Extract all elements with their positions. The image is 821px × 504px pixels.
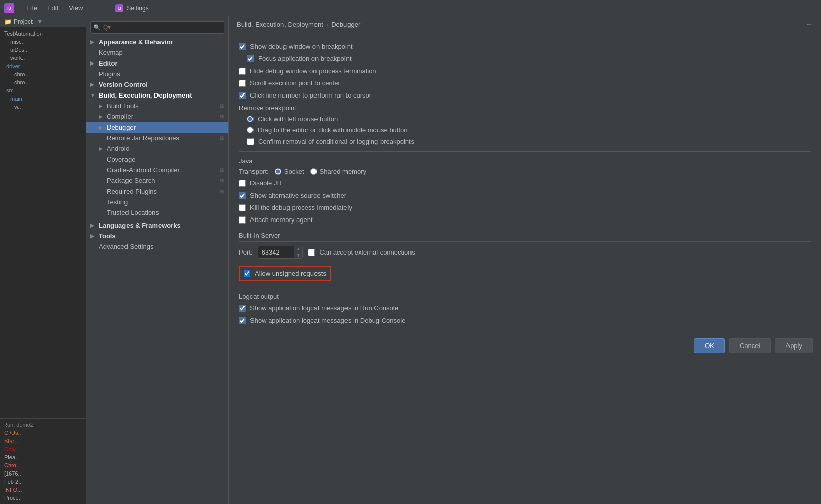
tree-item-languages[interactable]: ▶ Languages & Frameworks — [86, 220, 228, 231]
kill-debug-label[interactable]: Kill the debug process immediately — [250, 204, 352, 211]
tree-item-testing[interactable]: Testing — [86, 197, 228, 207]
tree-item-trusted-locations[interactable]: Trusted Locations — [86, 207, 228, 218]
menu-file[interactable]: File — [22, 3, 41, 13]
show-app-logcat-label[interactable]: Show application logcat messages in Run … — [250, 304, 398, 312]
show-debug-window-label[interactable]: Show debug window on breakpoint — [250, 43, 353, 50]
tree-item-version-control[interactable]: ▶ Version Control — [86, 79, 228, 90]
main-layout: 📁 Project ▼ TestAutomation misc.. uiDes.… — [0, 16, 821, 504]
show-app-logcat-debug-label[interactable]: Show application logcat messages in Debu… — [250, 317, 405, 324]
tree-item-advanced-settings[interactable]: Advanced Settings — [86, 241, 228, 252]
focus-app-checkbox[interactable] — [247, 55, 254, 62]
show-alt-source-label[interactable]: Show alternative source switcher — [250, 192, 346, 199]
apply-button[interactable]: Apply — [775, 338, 813, 353]
socket-label[interactable]: Socket — [284, 168, 304, 175]
port-label: Port: — [239, 248, 252, 256]
scroll-exec-checkbox[interactable] — [239, 80, 246, 87]
kill-debug-checkbox[interactable] — [239, 204, 246, 211]
click-line-checkbox[interactable] — [239, 92, 246, 99]
socket-radio[interactable] — [275, 168, 281, 175]
transport-row: Transport: Socket Shared memory — [239, 168, 811, 175]
port-up-button[interactable]: ▲ — [294, 246, 302, 253]
can-accept-checkbox[interactable] — [308, 249, 315, 256]
search-input[interactable] — [90, 21, 224, 34]
shared-memory-radio[interactable] — [310, 168, 317, 175]
tree-item-gradle-android[interactable]: Gradle-Android Compiler ⊞ — [86, 165, 228, 175]
tree-item-appearance[interactable]: ▶ Appearance & Behavior — [86, 37, 228, 47]
attach-memory-checkbox[interactable] — [239, 216, 246, 224]
tree-item-keymap[interactable]: Keymap — [86, 47, 228, 58]
breadcrumb-current: Debugger — [331, 21, 360, 28]
transport-socket-option: Socket — [275, 168, 304, 175]
project-tree-subfolder: main — [2, 94, 84, 103]
allow-unsigned-label[interactable]: Allow unsigned requests — [255, 270, 326, 277]
attach-memory-row: Attach memory agent — [239, 215, 811, 225]
menu-view[interactable]: View — [65, 3, 87, 13]
remove-breakpoint-options: Click with left mouse button Drag to the… — [247, 115, 811, 146]
tree-item-build-tools[interactable]: ▶ Build Tools ⊞ — [86, 101, 228, 111]
scroll-exec-label[interactable]: Scroll execution point to center — [250, 79, 340, 87]
port-row: Port: ▲ ▼ Can accept external conne — [239, 246, 811, 259]
back-arrow-icon[interactable]: ← — [806, 20, 813, 28]
remote-ext-icon: ⊞ — [220, 135, 224, 141]
java-divider — [239, 151, 811, 152]
hide-debug-checkbox[interactable] — [239, 68, 246, 75]
settings-logo: IJ — [115, 4, 123, 12]
show-debug-window-checkbox[interactable] — [239, 43, 246, 50]
tools-arrow-icon: ▶ — [90, 233, 97, 239]
drag-editor-radio[interactable] — [247, 127, 254, 133]
focus-app-label[interactable]: Focus application on breakpoint — [258, 55, 352, 62]
tree-item-coverage[interactable]: Coverage — [86, 154, 228, 165]
project-tree-file5: chro.. — [2, 78, 84, 86]
can-accept-row: Can accept external connections — [308, 247, 415, 257]
editor-arrow-icon: ▶ — [90, 60, 97, 66]
shared-memory-label[interactable]: Shared memory — [320, 168, 366, 175]
show-app-logcat-debug-checkbox[interactable] — [239, 317, 246, 324]
menu-edit[interactable]: Edit — [43, 3, 62, 13]
attach-memory-label[interactable]: Attach memory agent — [250, 216, 313, 224]
tree-item-tools[interactable]: ▶ Tools — [86, 231, 228, 241]
project-dropdown-icon[interactable]: ▼ — [37, 18, 43, 25]
lang-arrow-icon: ▶ — [90, 223, 97, 228]
tree-item-debugger[interactable]: ▶ Debugger — [86, 122, 228, 133]
port-input[interactable] — [258, 247, 294, 258]
tree-item-required-plugins[interactable]: Required Plugins ⊞ — [86, 186, 228, 197]
comp-arrow-icon: ▶ — [99, 114, 105, 119]
tree-item-android[interactable]: ▶ Android — [86, 143, 228, 154]
tree-item-plugins[interactable]: Plugins — [86, 69, 228, 79]
show-alt-source-checkbox[interactable] — [239, 192, 246, 199]
menu-bar: File Edit View — [22, 3, 87, 13]
bt-arrow-icon: ▶ — [99, 103, 105, 109]
allow-unsigned-checkbox[interactable] — [244, 270, 250, 277]
tree-item-compiler[interactable]: ▶ Compiler ⊞ — [86, 111, 228, 122]
hide-debug-row: Hide debug window on process termination — [239, 66, 811, 76]
android-arrow-icon: ▶ — [99, 146, 105, 151]
show-app-logcat-checkbox[interactable] — [239, 305, 246, 312]
content-inner: Show debug window on breakpoint Focus ap… — [229, 33, 821, 334]
tree-item-remote-jar[interactable]: Remote Jar Repositories ⊞ — [86, 133, 228, 143]
built-in-server-section: Built-in Server Port: ▲ ▼ — [239, 232, 811, 286]
cancel-button[interactable]: Cancel — [729, 338, 771, 353]
can-accept-label[interactable]: Can accept external connections — [319, 248, 415, 256]
tree-item-editor[interactable]: ▶ Editor — [86, 58, 228, 69]
settings-tree: 🔍 ▶ Appearance & Behavior Keymap ▶ Edito… — [86, 16, 229, 504]
click-left-radio[interactable] — [247, 116, 254, 122]
transport-label: Transport: — [239, 168, 269, 175]
project-tree-file: misc.. — [2, 38, 84, 46]
tree-item-build-execution[interactable]: ▼ Build, Execution, Deployment — [86, 90, 228, 101]
confirm-removal-row: Confirm removal of conditional or loggin… — [247, 137, 811, 146]
tree-item-package-search[interactable]: Package Search ⊞ — [86, 175, 228, 186]
project-sidebar: 📁 Project ▼ TestAutomation misc.. uiDes.… — [0, 16, 86, 504]
project-header: 📁 Project ▼ — [0, 16, 86, 27]
drag-editor-label[interactable]: Drag to the editor or click with middle … — [258, 126, 408, 134]
ok-button[interactable]: OK — [694, 338, 725, 353]
project-tree-file4: chro.. — [2, 70, 84, 78]
port-down-button[interactable]: ▼ — [294, 253, 302, 259]
click-line-label[interactable]: Click line number to perform run to curs… — [250, 91, 371, 99]
port-spinners: ▲ ▼ — [294, 246, 302, 258]
click-left-label[interactable]: Click with left mouse button — [258, 115, 338, 123]
confirm-removal-label[interactable]: Confirm removal of conditional or loggin… — [258, 138, 414, 145]
hide-debug-label[interactable]: Hide debug window on process termination — [250, 67, 376, 75]
confirm-removal-checkbox[interactable] — [247, 138, 254, 145]
disable-jit-checkbox[interactable] — [239, 180, 246, 187]
disable-jit-label[interactable]: Disable JIT — [250, 179, 283, 187]
